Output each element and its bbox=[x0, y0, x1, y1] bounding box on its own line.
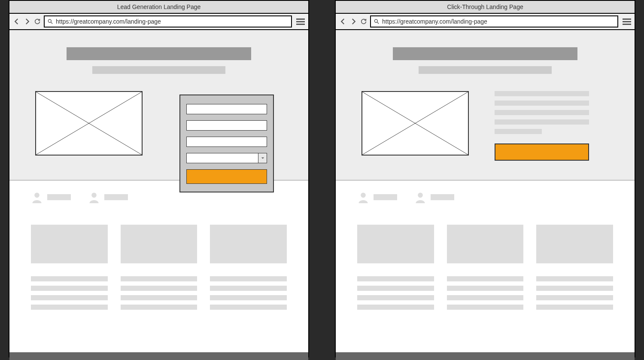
person-name-placeholder bbox=[47, 194, 71, 200]
card-image-placeholder bbox=[447, 225, 524, 263]
feature-card bbox=[210, 225, 287, 310]
text-placeholder bbox=[31, 276, 108, 281]
form-select[interactable] bbox=[186, 153, 267, 163]
forward-icon[interactable] bbox=[349, 18, 357, 25]
person-item bbox=[31, 191, 71, 203]
lead-form bbox=[179, 95, 274, 192]
avatar-icon bbox=[357, 191, 369, 203]
headline-placeholder bbox=[393, 47, 577, 60]
text-placeholder bbox=[210, 295, 287, 300]
text-placeholder bbox=[357, 295, 434, 300]
browser-window-clickthrough: Click-Through Landing Page https://great… bbox=[335, 0, 635, 357]
text-placeholder bbox=[121, 276, 197, 281]
form-input-1[interactable] bbox=[186, 104, 267, 114]
feature-card bbox=[536, 225, 613, 310]
window-title: Lead Generation Landing Page bbox=[9, 1, 308, 14]
svg-line-1 bbox=[51, 22, 53, 24]
text-placeholder bbox=[536, 295, 613, 300]
feature-cards bbox=[357, 225, 613, 310]
hamburger-icon[interactable] bbox=[623, 18, 631, 25]
text-placeholder bbox=[121, 295, 197, 300]
text-placeholder bbox=[447, 276, 524, 281]
url-bar[interactable]: https://greatcompany.com/landing-page bbox=[370, 15, 618, 27]
hero-image-placeholder bbox=[35, 91, 143, 156]
svg-point-11 bbox=[418, 193, 423, 198]
text-placeholder bbox=[495, 119, 589, 125]
text-placeholder bbox=[495, 101, 589, 106]
url-bar[interactable]: https://greatcompany.com/landing-page bbox=[44, 15, 292, 27]
person-name-placeholder bbox=[104, 194, 128, 200]
browser-toolbar: https://greatcompany.com/landing-page bbox=[336, 14, 635, 30]
form-input-2[interactable] bbox=[186, 120, 267, 131]
person-name-placeholder bbox=[431, 194, 454, 200]
below-fold-section bbox=[336, 180, 635, 352]
text-placeholder bbox=[495, 129, 542, 134]
hamburger-icon[interactable] bbox=[296, 18, 305, 25]
below-fold-section bbox=[9, 180, 308, 352]
card-image-placeholder bbox=[357, 225, 434, 263]
svg-point-10 bbox=[361, 193, 366, 198]
avatar-icon bbox=[31, 191, 43, 203]
search-icon bbox=[47, 18, 53, 24]
back-icon[interactable] bbox=[339, 18, 347, 25]
text-placeholder bbox=[357, 286, 434, 291]
feature-card bbox=[31, 225, 108, 310]
card-image-placeholder bbox=[121, 225, 197, 263]
text-placeholder bbox=[210, 286, 287, 291]
text-placeholder bbox=[357, 276, 434, 281]
hero-section bbox=[336, 30, 635, 180]
url-text: https://greatcompany.com/landing-page bbox=[56, 18, 161, 25]
text-placeholder bbox=[495, 110, 589, 115]
page-content bbox=[9, 30, 308, 357]
page-content bbox=[336, 30, 635, 357]
person-item bbox=[414, 191, 454, 203]
forward-icon[interactable] bbox=[23, 18, 31, 25]
svg-point-0 bbox=[48, 19, 51, 22]
hero-copy bbox=[495, 91, 589, 161]
text-placeholder bbox=[536, 286, 613, 291]
card-image-placeholder bbox=[536, 225, 613, 263]
text-placeholder bbox=[536, 276, 613, 281]
social-proof-row bbox=[357, 191, 613, 203]
svg-point-6 bbox=[374, 19, 377, 22]
text-placeholder bbox=[536, 305, 613, 310]
hero-image-placeholder bbox=[361, 91, 469, 156]
svg-point-5 bbox=[91, 193, 97, 198]
text-placeholder bbox=[31, 305, 108, 310]
browser-window-leadgen: Lead Generation Landing Page https://gre… bbox=[9, 0, 309, 357]
submit-button[interactable] bbox=[186, 169, 267, 184]
text-placeholder bbox=[31, 286, 108, 291]
hero-section bbox=[9, 30, 308, 180]
subheadline-placeholder bbox=[92, 66, 225, 74]
text-placeholder bbox=[210, 305, 287, 310]
text-placeholder bbox=[121, 286, 197, 291]
feature-cards bbox=[31, 225, 287, 310]
feature-card bbox=[357, 225, 434, 310]
footer-placeholder bbox=[336, 352, 635, 360]
text-placeholder bbox=[210, 276, 287, 281]
footer-placeholder bbox=[9, 352, 308, 360]
search-icon bbox=[374, 18, 380, 24]
svg-line-7 bbox=[377, 22, 379, 24]
subheadline-placeholder bbox=[419, 66, 552, 74]
card-image-placeholder bbox=[31, 225, 108, 263]
reload-icon[interactable] bbox=[360, 18, 368, 25]
text-placeholder bbox=[357, 305, 434, 310]
window-title: Click-Through Landing Page bbox=[336, 1, 635, 14]
text-placeholder bbox=[31, 295, 108, 300]
avatar-icon bbox=[88, 191, 100, 203]
headline-placeholder bbox=[67, 47, 251, 60]
svg-point-4 bbox=[34, 193, 39, 198]
form-input-3[interactable] bbox=[186, 137, 267, 147]
url-text: https://greatcompany.com/landing-page bbox=[382, 18, 487, 25]
feature-card bbox=[121, 225, 197, 310]
text-placeholder bbox=[121, 305, 197, 310]
cta-button[interactable] bbox=[495, 143, 589, 161]
reload-icon[interactable] bbox=[33, 18, 41, 25]
back-icon[interactable] bbox=[13, 18, 21, 25]
feature-card bbox=[447, 225, 524, 310]
person-item bbox=[357, 191, 397, 203]
person-name-placeholder bbox=[374, 194, 397, 200]
person-item bbox=[88, 191, 128, 203]
text-placeholder bbox=[447, 305, 524, 310]
